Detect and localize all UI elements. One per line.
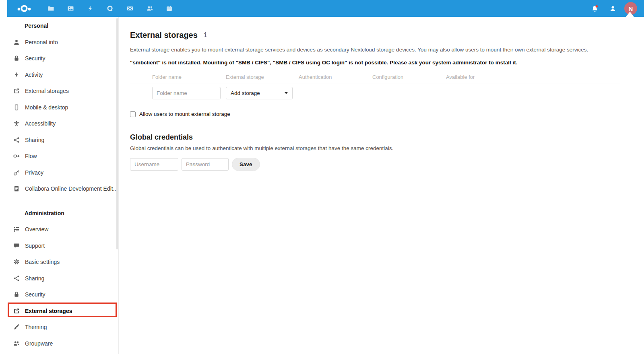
app-photos-button[interactable] [61,0,80,17]
page-title: External storages [130,31,198,39]
share-icon [13,137,20,143]
col-configuration: Configuration [372,72,446,84]
activity-icon [87,5,93,12]
external-storages-table: Folder name External storage Authenticat… [130,72,620,99]
sidebar-section-administration: Administration Overview Support Basic se… [0,205,118,352]
sidebar-item-theming[interactable]: Theming [0,319,118,335]
allow-users-checkbox[interactable] [130,111,136,117]
sidebar-heading-administration: Administration [0,205,118,222]
contacts-menu-button[interactable] [607,0,619,17]
new-storage-row: Add storage [130,84,620,99]
sidebar-item-security-personal[interactable]: Security [0,50,118,67]
contacts-icon [146,5,153,12]
talk-icon [107,5,114,12]
bell-icon [591,5,599,12]
col-external-storage: External storage [226,72,299,84]
sidebar-item-support[interactable]: Support [0,238,118,254]
contacts-menu-icon [609,5,616,12]
accessibility-icon [13,120,20,127]
col-available-for: Available for [446,72,620,84]
sidebar-item-activity[interactable]: Activity [0,67,118,83]
sidebar-item-overview[interactable]: Overview [0,221,118,238]
document-icon [13,185,20,192]
sidebar-item-mobile-desktop[interactable]: Mobile & desktop [0,99,118,116]
files-icon [47,5,54,12]
col-authentication: Authentication [299,72,372,84]
top-bar: N [0,0,644,17]
username-input[interactable] [130,158,178,171]
photos-icon [67,5,74,12]
share-icon [13,275,20,282]
table-header-row: Folder name External storage Authenticat… [130,72,620,84]
smbclient-warning: "smbclient" is not installed. Mounting o… [130,59,620,66]
folder-name-input[interactable] [152,87,221,99]
main-content: External storages i External storage ena… [119,17,644,354]
sidebar-item-external-storages-admin[interactable]: External storages [0,303,118,319]
nextcloud-settings-page: N Personal Personal info Security [0,0,644,354]
sidebar-item-accessibility[interactable]: Accessibility [0,115,118,132]
chat-icon [13,243,20,249]
notifications-button[interactable] [589,0,601,17]
nextcloud-logo-icon [17,4,32,13]
add-storage-select[interactable]: Add storage [226,87,293,99]
key-icon [13,169,20,176]
external-link-icon [13,308,20,314]
global-credentials-form: Save [130,158,620,171]
group-icon [13,340,20,347]
app-activity-button[interactable] [80,0,100,17]
global-credentials-description: Global credentials can be used to authen… [130,145,620,151]
sidebar-section-personal: Personal Personal info Security Activity [0,18,118,197]
sidebar-item-basic-settings[interactable]: Basic settings [0,254,118,270]
sidebar-item-external-storages-personal[interactable]: External storages [0,83,118,99]
lightning-icon [13,72,20,78]
app-calendar-button[interactable] [159,0,179,17]
flow-icon [13,153,20,159]
user-icon [13,39,20,45]
title-row: External storages i [130,31,620,39]
sidebar-item-sharing-admin[interactable]: Sharing [0,270,118,287]
global-credentials-title: Global credentials [130,133,620,142]
brush-icon [13,324,20,330]
lock-icon [13,55,20,62]
list-icon [13,226,20,233]
sidebar-item-collabora[interactable]: Collabora Online Development Edit... [0,181,118,197]
sidebar-heading-personal: Personal [0,18,118,34]
allow-users-row: Allow users to mount external storage [130,111,620,117]
allow-users-label[interactable]: Allow users to mount external storage [139,111,230,117]
external-storage-description: External storage enables you to mount ex… [130,46,620,54]
app-contacts-button[interactable] [140,0,159,17]
app-talk-button[interactable] [100,0,120,17]
calendar-icon [166,5,173,12]
settings-sidebar: Personal Personal info Security Activity [0,17,119,354]
section-divider [130,129,620,129]
top-bar-blue: N [7,0,644,17]
sidebar-item-privacy[interactable]: Privacy [0,165,118,181]
info-icon[interactable]: i [204,31,207,39]
phone-icon [13,104,20,111]
top-bar-right: N [589,0,644,17]
app-mail-button[interactable] [120,0,140,17]
nextcloud-logo[interactable] [7,4,41,13]
sidebar-item-personal-info[interactable]: Personal info [0,34,118,51]
gear-icon [13,259,20,265]
add-storage-select-value: Add storage [231,90,260,96]
lock-icon [13,291,20,298]
sidebar-scrollbar[interactable] [116,18,118,249]
external-link-icon [13,88,20,94]
mail-icon [126,5,134,12]
sidebar-item-sharing-personal[interactable]: Sharing [0,132,118,148]
chevron-down-icon [285,92,288,94]
save-button[interactable]: Save [232,158,260,171]
sidebar-item-security-admin[interactable]: Security [0,286,118,303]
password-input[interactable] [182,158,229,171]
sidebar-item-flow[interactable]: Flow [0,148,118,165]
sidebar-item-groupware[interactable]: Groupware [0,335,118,352]
settings-menu-caret [626,12,634,17]
col-folder-name: Folder name [152,72,226,84]
app-files-button[interactable] [41,0,61,17]
